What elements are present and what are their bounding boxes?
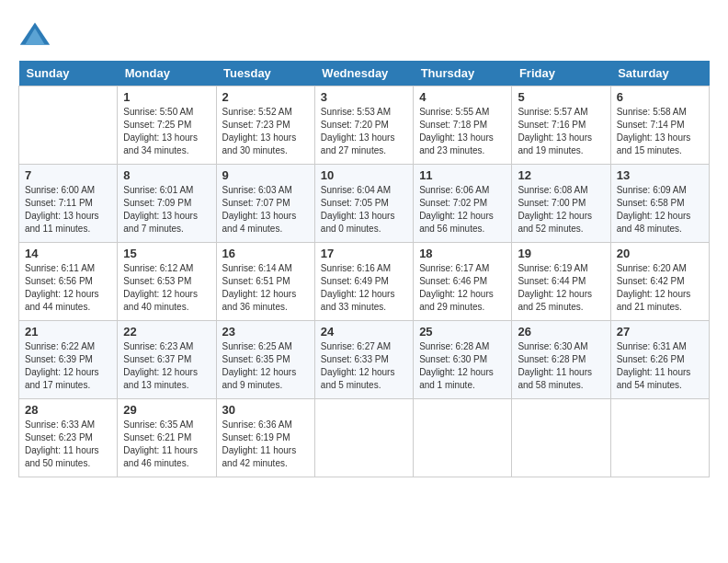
day-number: 7: [25, 168, 111, 182]
day-header-tuesday: Tuesday: [216, 61, 314, 86]
day-header-saturday: Saturday: [610, 61, 709, 86]
day-number: 5: [518, 90, 604, 104]
calendar-cell: 5 Sunrise: 5:57 AM Sunset: 7:16 PM Dayli…: [512, 86, 610, 165]
day-number: 8: [123, 168, 210, 182]
day-number: 22: [123, 325, 210, 339]
day-info: Sunrise: 6:11 AM Sunset: 6:56 PM Dayligh…: [25, 262, 111, 314]
day-info: Sunrise: 6:00 AM Sunset: 7:11 PM Dayligh…: [25, 184, 111, 236]
day-info: Sunrise: 6:06 AM Sunset: 7:02 PM Dayligh…: [419, 184, 506, 236]
day-info: Sunrise: 6:19 AM Sunset: 6:44 PM Dayligh…: [518, 262, 604, 314]
day-number: 19: [518, 247, 604, 260]
day-info: Sunrise: 6:16 AM Sunset: 6:49 PM Dayligh…: [321, 262, 407, 314]
calendar-cell: 17 Sunrise: 6:16 AM Sunset: 6:49 PM Dayl…: [314, 243, 413, 321]
day-info: Sunrise: 5:52 AM Sunset: 7:23 PM Dayligh…: [222, 106, 309, 157]
calendar-cell: 10 Sunrise: 6:04 AM Sunset: 7:05 PM Dayl…: [314, 165, 413, 243]
logo: [18, 18, 55, 52]
day-info: Sunrise: 5:55 AM Sunset: 7:18 PM Dayligh…: [419, 106, 506, 157]
day-number: 15: [123, 247, 210, 260]
day-number: 25: [419, 325, 506, 339]
calendar-cell: 18 Sunrise: 6:17 AM Sunset: 6:46 PM Dayl…: [414, 243, 512, 321]
calendar-cell: 24 Sunrise: 6:27 AM Sunset: 6:33 PM Dayl…: [314, 321, 413, 399]
day-number: 26: [518, 325, 604, 339]
day-number: 2: [222, 90, 309, 104]
logo-icon: [18, 18, 51, 52]
calendar-cell: 2 Sunrise: 5:52 AM Sunset: 7:23 PM Dayli…: [216, 86, 314, 165]
day-info: Sunrise: 6:03 AM Sunset: 7:07 PM Dayligh…: [222, 184, 309, 236]
day-number: 4: [419, 90, 506, 104]
day-number: 23: [222, 325, 309, 339]
day-header-thursday: Thursday: [414, 61, 512, 86]
day-info: Sunrise: 6:17 AM Sunset: 6:46 PM Dayligh…: [419, 262, 506, 314]
day-info: Sunrise: 6:14 AM Sunset: 6:51 PM Dayligh…: [222, 262, 309, 314]
day-number: 14: [25, 247, 111, 260]
calendar-cell: 8 Sunrise: 6:01 AM Sunset: 7:09 PM Dayli…: [118, 165, 216, 243]
day-info: Sunrise: 6:28 AM Sunset: 6:30 PM Dayligh…: [419, 340, 506, 392]
day-info: Sunrise: 6:08 AM Sunset: 7:00 PM Dayligh…: [518, 184, 604, 236]
day-info: Sunrise: 6:09 AM Sunset: 6:58 PM Dayligh…: [617, 184, 703, 236]
calendar-cell: 15 Sunrise: 6:12 AM Sunset: 6:53 PM Dayl…: [118, 243, 216, 321]
day-info: Sunrise: 6:33 AM Sunset: 6:23 PM Dayligh…: [25, 419, 111, 470]
calendar-cell: 28 Sunrise: 6:33 AM Sunset: 6:23 PM Dayl…: [19, 399, 118, 477]
calendar-cell: 25 Sunrise: 6:28 AM Sunset: 6:30 PM Dayl…: [414, 321, 512, 399]
day-info: Sunrise: 6:12 AM Sunset: 6:53 PM Dayligh…: [123, 262, 210, 314]
calendar-table: SundayMondayTuesdayWednesdayThursdayFrid…: [18, 61, 710, 477]
day-info: Sunrise: 6:04 AM Sunset: 7:05 PM Dayligh…: [321, 184, 407, 236]
day-info: Sunrise: 6:35 AM Sunset: 6:21 PM Dayligh…: [123, 419, 210, 470]
calendar-cell: 26 Sunrise: 6:30 AM Sunset: 6:28 PM Dayl…: [512, 321, 610, 399]
day-info: Sunrise: 6:23 AM Sunset: 6:37 PM Dayligh…: [123, 340, 210, 392]
calendar-cell: 29 Sunrise: 6:35 AM Sunset: 6:21 PM Dayl…: [118, 399, 216, 477]
calendar-cell: [610, 399, 709, 477]
calendar-cell: [19, 86, 118, 165]
calendar-header-row: SundayMondayTuesdayWednesdayThursdayFrid…: [19, 61, 710, 86]
calendar-cell: 19 Sunrise: 6:19 AM Sunset: 6:44 PM Dayl…: [512, 243, 610, 321]
calendar-cell: [414, 399, 512, 477]
calendar-cell: 13 Sunrise: 6:09 AM Sunset: 6:58 PM Dayl…: [610, 165, 709, 243]
day-info: Sunrise: 5:53 AM Sunset: 7:20 PM Dayligh…: [321, 106, 407, 157]
calendar-cell: 1 Sunrise: 5:50 AM Sunset: 7:25 PM Dayli…: [118, 86, 216, 165]
calendar-cell: 6 Sunrise: 5:58 AM Sunset: 7:14 PM Dayli…: [610, 86, 709, 165]
day-info: Sunrise: 6:30 AM Sunset: 6:28 PM Dayligh…: [518, 340, 604, 392]
calendar-week-row: 14 Sunrise: 6:11 AM Sunset: 6:56 PM Dayl…: [19, 243, 710, 321]
calendar-cell: 14 Sunrise: 6:11 AM Sunset: 6:56 PM Dayl…: [19, 243, 118, 321]
calendar-cell: 16 Sunrise: 6:14 AM Sunset: 6:51 PM Dayl…: [216, 243, 314, 321]
calendar-cell: 20 Sunrise: 6:20 AM Sunset: 6:42 PM Dayl…: [610, 243, 709, 321]
calendar-cell: 23 Sunrise: 6:25 AM Sunset: 6:35 PM Dayl…: [216, 321, 314, 399]
day-info: Sunrise: 5:58 AM Sunset: 7:14 PM Dayligh…: [617, 106, 703, 157]
calendar-cell: 12 Sunrise: 6:08 AM Sunset: 7:00 PM Dayl…: [512, 165, 610, 243]
day-number: 13: [617, 168, 703, 182]
day-number: 12: [518, 168, 604, 182]
calendar-cell: 4 Sunrise: 5:55 AM Sunset: 7:18 PM Dayli…: [414, 86, 512, 165]
day-info: Sunrise: 6:27 AM Sunset: 6:33 PM Dayligh…: [321, 340, 407, 392]
calendar-cell: 9 Sunrise: 6:03 AM Sunset: 7:07 PM Dayli…: [216, 165, 314, 243]
day-number: 11: [419, 168, 506, 182]
calendar-week-row: 28 Sunrise: 6:33 AM Sunset: 6:23 PM Dayl…: [19, 399, 710, 477]
day-header-monday: Monday: [118, 61, 216, 86]
day-number: 21: [25, 325, 111, 339]
day-number: 1: [123, 90, 210, 104]
calendar-cell: 21 Sunrise: 6:22 AM Sunset: 6:39 PM Dayl…: [19, 321, 118, 399]
day-info: Sunrise: 5:50 AM Sunset: 7:25 PM Dayligh…: [123, 106, 210, 157]
day-number: 29: [123, 403, 210, 417]
calendar-cell: 11 Sunrise: 6:06 AM Sunset: 7:02 PM Dayl…: [414, 165, 512, 243]
day-number: 9: [222, 168, 309, 182]
calendar-cell: 22 Sunrise: 6:23 AM Sunset: 6:37 PM Dayl…: [118, 321, 216, 399]
day-header-sunday: Sunday: [19, 61, 118, 86]
calendar-cell: 7 Sunrise: 6:00 AM Sunset: 7:11 PM Dayli…: [19, 165, 118, 243]
day-info: Sunrise: 6:36 AM Sunset: 6:19 PM Dayligh…: [222, 419, 309, 470]
day-number: 16: [222, 247, 309, 260]
page-header: [18, 18, 710, 52]
calendar-cell: 27 Sunrise: 6:31 AM Sunset: 6:26 PM Dayl…: [610, 321, 709, 399]
day-info: Sunrise: 6:22 AM Sunset: 6:39 PM Dayligh…: [25, 340, 111, 392]
day-info: Sunrise: 6:20 AM Sunset: 6:42 PM Dayligh…: [617, 262, 703, 314]
calendar-cell: [314, 399, 413, 477]
day-info: Sunrise: 6:25 AM Sunset: 6:35 PM Dayligh…: [222, 340, 309, 392]
calendar-week-row: 7 Sunrise: 6:00 AM Sunset: 7:11 PM Dayli…: [19, 165, 710, 243]
day-number: 10: [321, 168, 407, 182]
day-number: 27: [617, 325, 703, 339]
day-number: 20: [617, 247, 703, 260]
day-info: Sunrise: 5:57 AM Sunset: 7:16 PM Dayligh…: [518, 106, 604, 157]
day-number: 28: [25, 403, 111, 417]
day-info: Sunrise: 6:01 AM Sunset: 7:09 PM Dayligh…: [123, 184, 210, 236]
calendar-cell: 30 Sunrise: 6:36 AM Sunset: 6:19 PM Dayl…: [216, 399, 314, 477]
day-header-friday: Friday: [512, 61, 610, 86]
